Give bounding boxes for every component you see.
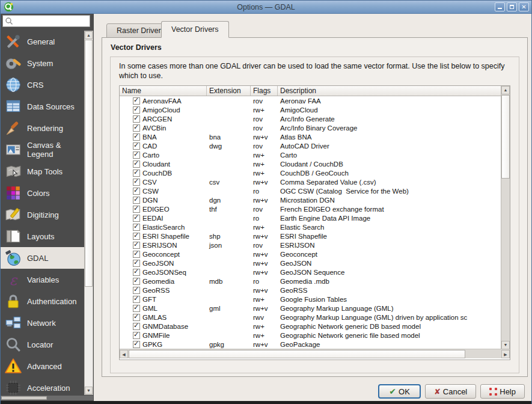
- scroll-left-icon[interactable]: ◀: [120, 350, 128, 358]
- driver-checkbox[interactable]: ✓: [133, 215, 140, 222]
- driver-checkbox[interactable]: ✓: [133, 260, 140, 267]
- driver-checkbox[interactable]: ✓: [133, 296, 140, 303]
- driver-checkbox[interactable]: ✓: [133, 341, 140, 348]
- driver-checkbox[interactable]: ✓: [133, 323, 140, 330]
- driver-row[interactable]: ✓Geoconceptrw+vGeoconcept: [120, 249, 502, 259]
- driver-checkbox[interactable]: ✓: [133, 269, 140, 276]
- driver-checkbox[interactable]: ✓: [133, 314, 140, 321]
- driver-row[interactable]: ✓ARCGENrovArc/Info Generate: [120, 114, 502, 123]
- driver-checkbox[interactable]: ✓: [133, 278, 140, 285]
- titlebar[interactable]: Options — GDAL ✕: [1, 1, 531, 14]
- driver-checkbox[interactable]: ✓: [133, 97, 140, 105]
- driver-row[interactable]: ✓ESRI Shapefileshprw+vESRI Shapefile: [120, 231, 502, 240]
- sidebar-item-data-sources[interactable]: Data Sources: [1, 96, 84, 117]
- sidebar-item-authentication[interactable]: Authentication: [1, 290, 84, 312]
- column-header-flags[interactable]: Flags: [251, 86, 278, 96]
- driver-checkbox[interactable]: ✓: [133, 305, 140, 312]
- driver-row[interactable]: ✓EDIGEOthfrovFrench EDIGEO exchange form…: [120, 204, 502, 213]
- driver-row[interactable]: ✓CSWroOGC CSW (Catalog Service for the W…: [120, 186, 502, 195]
- table-horizontal-scrollbar[interactable]: ◀ ▶: [120, 349, 510, 358]
- sidebar-item-canvas-legend[interactable]: Canvas & Legend: [1, 139, 84, 161]
- driver-row[interactable]: ✓Cartorw+Carto: [120, 150, 502, 159]
- sidebar-hscroll-thumb[interactable]: [1, 396, 47, 400]
- sidebar-vertical-scrollbar[interactable]: ▲ ▼: [84, 31, 93, 395]
- driver-row[interactable]: ✓ESRIJSONjsonrovESRIJSON: [120, 240, 502, 249]
- tab-vector-drivers[interactable]: Vector Drivers: [161, 21, 229, 38]
- table-hscroll-thumb[interactable]: [129, 350, 465, 358]
- driver-row[interactable]: ✓CSVcsvrw+vComma Separated Value (.csv): [120, 177, 502, 186]
- window-bottom-edge[interactable]: [1, 401, 531, 404]
- driver-checkbox[interactable]: ✓: [133, 197, 140, 204]
- driver-row[interactable]: ✓DGNdgnrw+vMicrostation DGN: [120, 195, 502, 204]
- driver-row[interactable]: ✓Cloudantrw+Cloudant / CouchDB: [120, 159, 502, 168]
- sidebar-item-general[interactable]: General: [1, 31, 84, 52]
- ok-button[interactable]: ✔ OK: [378, 384, 421, 399]
- driver-checkbox[interactable]: ✓: [133, 142, 140, 150]
- driver-row[interactable]: ✓BNAbnarw+vAtlas BNA: [120, 132, 502, 141]
- driver-row[interactable]: ✓AeronavFAArovAeronav FAA: [120, 96, 502, 105]
- sidebar-item-colors[interactable]: Colors: [1, 182, 84, 204]
- table-vertical-scrollbar[interactable]: ▲ ▼: [501, 86, 510, 349]
- driver-checkbox[interactable]: ✓: [133, 152, 140, 159]
- driver-row[interactable]: ✓EEDAIroEarth Engine Data API Image: [120, 213, 502, 222]
- sidebar-item-map-tools[interactable]: Map Tools: [1, 161, 84, 182]
- driver-row[interactable]: ✓GeoJSONSeqrw+vGeoJSON Sequence: [120, 268, 502, 277]
- driver-checkbox[interactable]: ✓: [133, 179, 140, 186]
- sidebar-scroll-thumb[interactable]: [85, 40, 93, 287]
- column-header-description[interactable]: Description: [278, 86, 502, 96]
- scroll-right-icon[interactable]: ▶: [501, 350, 510, 358]
- sidebar-item-variables[interactable]: εVariables: [1, 269, 84, 290]
- help-button[interactable]: Help: [480, 384, 525, 399]
- driver-row[interactable]: ✓CADdwgrovAutoCAD Driver: [120, 141, 502, 150]
- driver-checkbox[interactable]: ✓: [133, 170, 140, 177]
- driver-checkbox[interactable]: ✓: [133, 124, 140, 132]
- driver-row[interactable]: ✓ElasticSearchrw+Elastic Search: [120, 222, 502, 231]
- driver-checkbox[interactable]: ✓: [133, 233, 140, 240]
- sidebar-item-advanced[interactable]: Advanced: [1, 355, 84, 377]
- minimize-button[interactable]: [495, 2, 505, 11]
- driver-checkbox[interactable]: ✓: [133, 224, 140, 231]
- driver-checkbox[interactable]: ✓: [133, 106, 140, 114]
- driver-checkbox[interactable]: ✓: [133, 133, 140, 141]
- sidebar-item-digitizing[interactable]: Digitizing: [1, 204, 84, 225]
- maximize-button[interactable]: [507, 2, 517, 11]
- driver-row[interactable]: ✓GeoRSSrw+vGeoRSS: [120, 286, 502, 295]
- column-header-name[interactable]: Name: [120, 86, 207, 96]
- driver-row[interactable]: ✓GMLASrwvGeography Markup Language (GML)…: [120, 313, 502, 322]
- driver-checkbox[interactable]: ✓: [133, 115, 140, 123]
- sidebar-item-network[interactable]: Network: [1, 312, 84, 334]
- sidebar-item-system[interactable]: System: [1, 52, 84, 74]
- driver-checkbox[interactable]: ✓: [133, 161, 140, 168]
- close-button[interactable]: ✕: [519, 2, 529, 11]
- driver-row[interactable]: ✓GPKGgpkgrw+vGeoPackage: [120, 340, 502, 349]
- driver-row[interactable]: ✓GeomediamdbroGeomedia .mdb: [120, 277, 502, 286]
- driver-checkbox[interactable]: ✓: [133, 206, 140, 213]
- driver-row[interactable]: ✓GNMDatabaserw+Geographic Network generi…: [120, 322, 502, 331]
- driver-row[interactable]: ✓GMLgmlrw+vGeography Markup Language (GM…: [120, 304, 502, 313]
- search-box[interactable]: [2, 15, 90, 27]
- driver-checkbox[interactable]: ✓: [133, 188, 140, 195]
- sidebar-item-locator[interactable]: Locator: [1, 334, 84, 355]
- column-header-extension[interactable]: Extension: [207, 86, 251, 96]
- driver-row[interactable]: ✓AmigoCloudrw+AmigoCloud: [120, 105, 502, 114]
- sidebar-item-rendering[interactable]: Rendering: [1, 117, 84, 139]
- sidebar-item-layouts[interactable]: Layouts: [1, 225, 84, 247]
- scroll-down-icon[interactable]: ▼: [85, 387, 93, 394]
- driver-checkbox[interactable]: ✓: [133, 242, 140, 249]
- scroll-up-icon[interactable]: ▲: [501, 86, 510, 94]
- driver-row[interactable]: ✓GNMFilerw+Geographic Network generic fi…: [120, 331, 502, 340]
- driver-checkbox[interactable]: ✓: [133, 287, 140, 294]
- table-vscroll-thumb[interactable]: [501, 95, 510, 179]
- scroll-down-icon[interactable]: ▼: [501, 341, 510, 349]
- driver-row[interactable]: ✓GFTrw+Google Fusion Tables: [120, 295, 502, 304]
- sidebar-horizontal-scrollbar[interactable]: [1, 396, 93, 400]
- driver-checkbox[interactable]: ✓: [133, 251, 140, 258]
- scroll-up-icon[interactable]: ▲: [85, 31, 93, 39]
- cancel-button[interactable]: ✘ Cancel: [425, 384, 476, 399]
- search-input[interactable]: [13, 17, 84, 25]
- driver-row[interactable]: ✓GeoJSONrw+vGeoJSON: [120, 259, 502, 268]
- sidebar-item-crs[interactable]: CRS: [1, 74, 84, 96]
- driver-row[interactable]: ✓CouchDBrw+CouchDB / GeoCouch: [120, 168, 502, 177]
- sidebar-item-acceleration[interactable]: Acceleration: [1, 377, 84, 395]
- driver-checkbox[interactable]: ✓: [133, 332, 140, 339]
